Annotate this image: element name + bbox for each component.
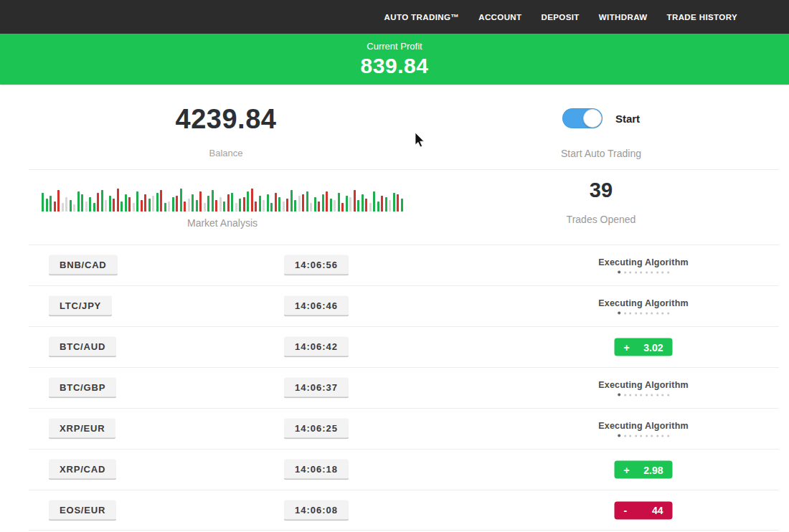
progress-dot	[618, 271, 620, 274]
market-bar	[219, 197, 222, 212]
trade-status: +2.98	[615, 461, 673, 479]
profit-badge: +2.98	[615, 461, 673, 479]
trade-row: BTC/AUD14:06:42+3.02	[29, 326, 779, 367]
current-profit-value: 839.84	[361, 54, 429, 78]
progress-dot	[635, 312, 637, 314]
market-bar	[49, 196, 52, 212]
progress-dot	[635, 434, 637, 437]
progress-dot	[646, 434, 648, 437]
market-bar	[184, 201, 186, 212]
market-bar	[172, 197, 174, 212]
market-bar	[251, 189, 253, 212]
nav-item-auto-trading[interactable]: AUTO TRADING™	[384, 13, 460, 22]
pair-chip[interactable]: LTC/JPY	[49, 296, 112, 317]
executing-progress-dots	[598, 312, 689, 315]
market-bar	[97, 193, 99, 212]
market-bar	[278, 197, 280, 212]
pair-chip[interactable]: BNB/CAD	[49, 255, 118, 276]
toggle-knob-icon	[583, 109, 602, 128]
progress-dot	[629, 394, 631, 396]
market-bar	[306, 191, 308, 212]
auto-trading-toggle[interactable]	[562, 108, 603, 128]
market-bar	[362, 194, 364, 212]
market-bar	[338, 193, 340, 212]
progress-dot	[656, 271, 658, 273]
time-chip: 14:06:46	[284, 296, 349, 317]
market-bar	[141, 200, 143, 212]
trades-opened-label: Trades Opened	[522, 214, 680, 225]
time-chip: 14:06:37	[284, 378, 349, 399]
nav-item-withdraw[interactable]: WITHDRAW	[599, 13, 648, 22]
progress-dot	[624, 394, 626, 396]
market-bar	[81, 194, 83, 212]
pair-chip[interactable]: XRP/CAD	[49, 460, 116, 480]
market-analysis-label: Market Analysis	[39, 217, 405, 229]
market-bar	[148, 199, 151, 212]
market-bar	[349, 197, 351, 212]
market-bar	[354, 190, 356, 212]
trade-status: Executing Algorithm	[598, 257, 689, 274]
market-bar	[322, 194, 324, 212]
market-bar	[318, 201, 320, 212]
trade-status: Executing Algorithm	[598, 380, 689, 396]
market-bar	[199, 191, 202, 212]
trades-opened-block: 39 Trades Opened	[522, 179, 680, 225]
progress-dot	[667, 271, 669, 273]
market-bar	[89, 197, 91, 212]
market-bar	[144, 194, 146, 212]
progress-dot	[651, 434, 653, 437]
profit-badge: +3.02	[615, 338, 673, 356]
trade-row: BTC/GBP14:06:37Executing Algorithm	[29, 367, 779, 408]
progress-dot	[667, 312, 669, 314]
progress-dot	[661, 394, 663, 396]
market-bar	[125, 194, 127, 212]
market-bar	[227, 194, 230, 212]
market-bar	[57, 190, 60, 212]
auto-trading-app: AUTO TRADING™ACCOUNTDEPOSITWITHDRAWTRADE…	[0, 0, 789, 532]
progress-dot	[640, 394, 642, 396]
time-chip: 14:06:25	[284, 419, 349, 440]
market-bar	[294, 200, 296, 212]
executing-label: Executing Algorithm	[598, 421, 689, 431]
pair-chip[interactable]: BTC/GBP	[49, 378, 116, 399]
market-bar	[334, 200, 336, 212]
trade-row: BNB/CAD14:06:56Executing Algorithm	[29, 244, 779, 285]
market-bar	[42, 193, 44, 212]
progress-dot	[651, 312, 653, 314]
nav-item-trade-history[interactable]: TRADE HISTORY	[667, 13, 738, 22]
pair-chip[interactable]: XRP/EUR	[49, 419, 115, 440]
progress-dot	[640, 312, 642, 314]
progress-dot	[656, 312, 658, 314]
progress-dot	[624, 434, 626, 437]
market-bar	[286, 199, 288, 212]
market-bar	[105, 200, 107, 212]
market-bar	[70, 200, 72, 212]
progress-dot	[646, 271, 648, 273]
trade-status: Executing Algorithm	[598, 298, 689, 315]
progress-dot	[661, 271, 663, 273]
market-bar	[247, 191, 249, 212]
market-bar	[369, 203, 372, 212]
executing-label: Executing Algorithm	[598, 257, 689, 267]
progress-dot	[646, 394, 648, 396]
progress-dot	[656, 394, 658, 396]
progress-dot	[651, 271, 653, 273]
market-bar	[168, 201, 170, 212]
time-chip: 14:06:56	[284, 255, 349, 276]
current-profit-label: Current Profit	[367, 41, 422, 52]
pair-chip[interactable]: BTC/AUD	[49, 337, 116, 358]
pair-chip[interactable]: EOS/EUR	[49, 500, 116, 521]
market-bar	[188, 199, 190, 212]
market-bar	[255, 201, 257, 212]
market-bar	[54, 201, 56, 212]
nav-item-account[interactable]: ACCOUNT	[478, 13, 521, 22]
market-bar	[239, 199, 241, 212]
nav-item-deposit[interactable]: DEPOSIT	[542, 13, 580, 22]
market-bar	[204, 203, 206, 212]
market-bar	[397, 194, 399, 212]
progress-dot	[635, 271, 637, 273]
market-bar	[290, 190, 293, 212]
market-bar	[270, 203, 273, 212]
progress-dot	[618, 312, 620, 315]
market-bar	[73, 204, 75, 212]
